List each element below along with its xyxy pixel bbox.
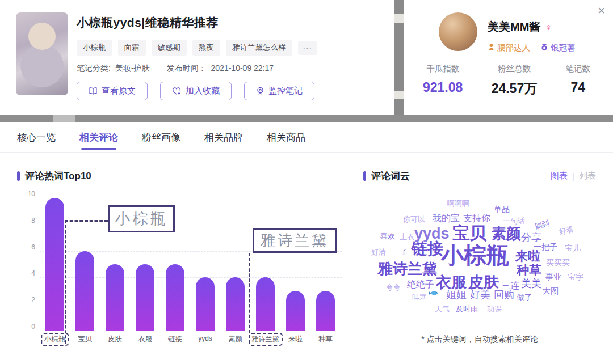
x-axis-category-label: 素颜 [228,335,242,344]
cloud-keyword[interactable]: 绝绝子 [407,280,434,290]
tab-item[interactable]: 相关品牌 [204,122,243,152]
hot-words-header: 评论热词Top10 [17,170,358,183]
cloud-keyword[interactable]: 你可以 [403,215,425,223]
note-title: 小棕瓶yyds|维稳精华推荐 [77,15,386,31]
cloud-keyword[interactable]: 大图 [543,287,559,295]
cloud-keyword[interactable]: 宝儿 [565,244,581,252]
cloud-keyword[interactable]: 来啦 [515,249,540,263]
cloud-keyword[interactable]: 啊啊啊 [447,200,469,208]
word-cloud-header: 评论词云 图表 | 列表 [363,170,596,183]
word-cloud-footnote: * 点击关键词，自动搜索相关评论 [363,335,596,345]
note-tag-chip[interactable]: 雅诗兰黛怎么样 [226,40,292,56]
button-label: 查看原文 [102,86,136,96]
cloud-keyword[interactable]: 姐姐 [446,290,467,301]
tab-item[interactable]: 相关评论 [79,122,118,152]
toggle-chart-view[interactable]: 图表 [551,171,568,181]
tab-item[interactable]: 粉丝画像 [142,122,180,152]
toggle-list-view[interactable]: 列表 [579,171,596,181]
cloud-keyword[interactable]: 回购 [494,290,514,301]
hot-words-chart: 0246810 小棕瓶宝贝皮肤衣服链接yyds素颜雅诗兰黛来啦种草小棕瓶雅诗兰黛 [20,198,347,350]
cloud-keyword[interactable]: 好清 [371,248,386,256]
cloud-keyword[interactable]: 喜欢 [380,232,395,240]
author-badge: 腰部达人 [488,43,530,53]
note-action-buttons: 查看原文加入收藏监控笔记 [77,82,386,100]
y-axis-tick-label: 6 [20,243,35,251]
cloud-keyword[interactable]: 天气 [435,305,450,313]
heart-plus-icon [172,87,182,95]
note-tag-chip[interactable]: 面霜 [118,40,146,56]
note-tag-chip[interactable]: 敏感期 [152,40,187,56]
note-tag-chip[interactable]: 小棕瓶 [77,40,112,56]
stat-value: 921.08 [423,80,463,95]
bar[interactable] [106,264,124,331]
section-marker [17,171,20,181]
badge-label: 银冠薯 [551,43,576,53]
more-tags-ellipsis[interactable]: ··· [298,41,318,55]
cloud-keyword[interactable]: 功课 [487,305,502,313]
annotation-dashed-line [65,220,66,344]
cloud-keyword[interactable]: 单品 [494,205,510,214]
cloud-keyword[interactable]: 三子 [393,248,408,256]
chart-plot-area: 0246810 [40,198,342,331]
background-gap-strip [394,0,404,122]
bar[interactable] [75,251,94,331]
cloud-keyword[interactable]: 支持你 [463,213,490,223]
y-axis-tick-label: 4 [20,269,35,277]
cloud-keyword[interactable]: 链接 [412,240,443,258]
cloud-keyword[interactable]: 买买买 [546,259,570,267]
bar[interactable] [286,291,305,331]
cloud-keyword[interactable]: 好美 [470,290,490,301]
stat-label: 千瓜指数 [423,64,463,74]
y-axis-tick-label: 2 [20,296,35,304]
cloud-keyword[interactable]: 素颜 [492,226,521,242]
cloud-keyword[interactable]: 宝贝 [452,223,486,242]
cloud-keyword[interactable]: 一句话 [503,217,525,225]
bar[interactable] [45,198,64,331]
bar[interactable] [196,277,215,331]
note-action-button[interactable]: 加入收藏 [160,82,232,100]
cloud-keyword[interactable]: 事业 [545,273,561,281]
cloud-keyword[interactable]: 宝字 [568,273,583,281]
tab-item[interactable]: 核心一览 [17,122,56,152]
badge-label: 腰部达人 [497,43,530,53]
word-cloud: 啊啊啊单品你可以我的宝支持你一句话刷到好看喜欢上衣yyds宝贝素颜分享一把子宝儿… [363,197,596,327]
note-publish-value: 2021-10-09 22:17 [211,64,274,74]
author-name: 美美MM酱 [488,19,540,35]
cloud-keyword[interactable]: 种草 [517,264,541,277]
note-body: 小棕瓶yyds|维稳精华推荐 小棕瓶面霜敏感期熬夜雅诗兰黛怎么样··· 笔记分类… [77,15,386,100]
author-card: × 美美MM酱♀ 腰部达人银冠薯 千瓜指数921.08粉丝总数24.57万笔记数… [404,0,613,115]
fish-icon [428,289,440,299]
author-stat: 笔记数74 [565,64,590,98]
medal-icon [488,43,495,53]
cloud-keyword[interactable]: 好看 [559,225,574,236]
cloud-keyword[interactable]: 雅诗兰黛 [378,261,437,277]
note-action-button[interactable]: 查看原文 [77,82,148,100]
cloud-keyword[interactable]: 我的宝 [433,213,460,223]
cloud-keyword[interactable]: 刷到 [534,219,550,231]
cloud-keyword[interactable]: 美美 [521,278,541,290]
cloud-keyword[interactable]: 小棕瓶 [441,243,509,268]
female-icon: ♀ [545,22,552,33]
close-icon[interactable]: × [598,5,605,17]
bar[interactable] [136,264,154,331]
note-tag-row: 小棕瓶面霜敏感期熬夜雅诗兰黛怎么样··· [77,40,386,56]
note-action-button[interactable]: 监控笔记 [244,82,314,100]
bar[interactable] [316,291,335,331]
cloud-keyword[interactable]: 做了 [517,293,532,302]
cloud-keyword[interactable]: 哇塞 [412,294,427,302]
note-tag-chip[interactable]: 熬夜 [192,40,220,56]
bar[interactable] [226,277,245,331]
author-stat: 千瓜指数921.08 [423,64,463,98]
hot-words-panel: 评论热词Top10 0246810 小棕瓶宝贝皮肤衣服链接yyds素颜雅诗兰黛来… [0,153,358,364]
note-meta-row: 笔记分类: 美妆-护肤 发布时间： 2021-10-09 22:17 [77,64,386,74]
view-toggle: 图表 | 列表 [551,171,596,181]
bar[interactable] [256,277,275,331]
tab-bar: 核心一览相关评论粉丝画像相关品牌相关商品 [0,122,613,153]
stat-value: 24.57万 [492,80,538,98]
word-cloud-panel: 评论词云 图表 | 列表 啊啊啊单品你可以我的宝支持你一句话刷到好看喜欢上衣yy… [358,153,613,364]
cloud-keyword[interactable]: 夸夸 [386,283,401,291]
gridline [40,225,342,225]
bar[interactable] [166,264,184,331]
tab-item[interactable]: 相关商品 [267,122,305,152]
cloud-keyword[interactable]: 及时雨 [456,305,478,313]
